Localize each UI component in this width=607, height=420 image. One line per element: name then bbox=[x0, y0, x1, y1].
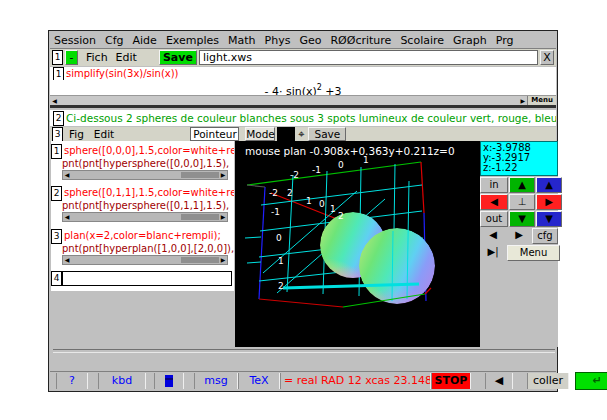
edit-cursor-icon[interactable] bbox=[154, 373, 184, 389]
bottom-divider bbox=[53, 349, 555, 353]
session-index: 1 bbox=[52, 50, 63, 65]
rotate-up-green-button[interactable]: ▲ bbox=[509, 177, 535, 193]
level1-input[interactable]: simplify(sin(3x)/sin(x)) bbox=[64, 67, 179, 80]
zoom-in-button[interactable]: in bbox=[480, 177, 508, 193]
menu-session[interactable]: Session bbox=[54, 34, 96, 47]
divider bbox=[50, 105, 556, 108]
stop-button[interactable]: STOP bbox=[431, 373, 471, 389]
enter-button[interactable]: ↵ bbox=[575, 372, 607, 390]
entry3-index[interactable]: 3 bbox=[51, 229, 62, 244]
menu-cfg[interactable]: Cfg bbox=[105, 34, 124, 47]
scroll-right-icon[interactable]: ▶ bbox=[219, 213, 227, 221]
scroll-right-icon[interactable]: ▶ bbox=[219, 256, 227, 264]
pointer-cursor-icon: ⌖ bbox=[298, 128, 304, 141]
entry3-pnt[interactable]: pnt(pnt[hyperplan([1,0,0],[2,0,0]), bbox=[62, 242, 234, 255]
mouse-coordinates: x:-3.9788 y:-3.2917 z:-1.22 bbox=[480, 141, 558, 176]
fig-menu[interactable]: Fig bbox=[69, 128, 84, 140]
entry1-index[interactable]: 1 bbox=[51, 144, 62, 159]
scroll-left-icon[interactable]: ◀ bbox=[63, 171, 71, 179]
svg-text:2: 2 bbox=[287, 188, 293, 198]
menu-geo[interactable]: Geo bbox=[299, 34, 321, 47]
entry4-input[interactable] bbox=[62, 271, 232, 286]
mode-button[interactable]: Mode bbox=[245, 127, 275, 141]
plot3d-controls: x:-3.9788 y:-3.2917 z:-1.22 in ▲ ▲ ◀ ⊥ ▶… bbox=[480, 141, 558, 347]
kbd-button[interactable]: kbd bbox=[98, 373, 146, 389]
ortho-view-button[interactable]: ⊥ bbox=[509, 194, 535, 210]
svg-text:1: 1 bbox=[363, 155, 369, 165]
scroll-thumb[interactable] bbox=[181, 257, 219, 263]
menu-reecriture[interactable]: RØØcriture bbox=[330, 34, 391, 47]
menu-aide[interactable]: Aide bbox=[133, 34, 157, 47]
entry2-code[interactable]: sphere([0,1,1],1.5,color=white+rem bbox=[62, 186, 234, 199]
scroll-track[interactable] bbox=[71, 257, 181, 263]
rotate-left-button[interactable]: ◀ bbox=[480, 194, 508, 210]
zoom-out-button[interactable]: out bbox=[480, 211, 508, 227]
level3-index[interactable]: 3 bbox=[52, 127, 63, 142]
plot-menu-button[interactable]: Menu bbox=[507, 245, 560, 261]
entry2-index[interactable]: 2 bbox=[51, 186, 62, 201]
tex-button[interactable]: TeX bbox=[238, 373, 280, 389]
msg-button[interactable]: msg bbox=[194, 373, 238, 389]
engine-status[interactable]: = real RAD 12 xcas 23.148M bbox=[280, 373, 431, 389]
menu-bar: Session Cfg Aide Exemples Math Phys Geo … bbox=[50, 32, 556, 49]
entry1-code[interactable]: sphere([0,0,0],1.5,color=white+rem bbox=[62, 144, 234, 157]
menu-scolaire[interactable]: Scolaire bbox=[400, 34, 444, 47]
figure-save-button[interactable]: Save bbox=[308, 127, 346, 141]
plot3d-scene: mouse plan -0.908x+0.363y+0.211z=0 -2 -1… bbox=[235, 141, 480, 347]
menu-phys[interactable]: Phys bbox=[265, 34, 291, 47]
edit-menu[interactable]: Edit bbox=[116, 51, 137, 64]
rotate-right-button[interactable]: ▶ bbox=[536, 194, 562, 210]
paste-button[interactable]: coller bbox=[527, 373, 569, 389]
level2-comment[interactable]: Ci-dessous 2 spheres de couleur blanches… bbox=[64, 112, 556, 124]
entry3-scrollbar[interactable]: ◀ ▶ bbox=[62, 255, 228, 265]
level3-toolbar: 3 Fig Edit Pointeur Mode ⌖ Save bbox=[50, 127, 556, 141]
level1-scrollbar[interactable]: ◀ ▶ Menu bbox=[50, 95, 556, 105]
level1-output: - 4· sin(x)2 +3 bbox=[50, 80, 556, 95]
entry4-index[interactable]: 4 bbox=[51, 271, 62, 286]
rotate-down-green-button[interactable]: ▼ bbox=[509, 211, 535, 227]
level2-index[interactable]: 2 bbox=[53, 111, 64, 126]
svg-text:-1: -1 bbox=[271, 207, 280, 217]
plot3d-viewport[interactable]: mouse plan -0.908x+0.363y+0.211z=0 -2 -1… bbox=[235, 141, 480, 347]
xcas-window: Session Cfg Aide Exemples Math Phys Geo … bbox=[48, 30, 558, 392]
svg-text:2: 2 bbox=[278, 281, 284, 291]
pointer-mode-field[interactable]: Pointeur bbox=[190, 127, 239, 141]
scroll-thumb[interactable] bbox=[181, 214, 219, 220]
scroll-track[interactable] bbox=[71, 214, 181, 220]
minimize-button[interactable]: - bbox=[65, 50, 78, 65]
rotate-up-blue-button[interactable]: ▲ bbox=[536, 177, 562, 193]
filename-input[interactable]: light.xws bbox=[199, 50, 538, 65]
scroll-left-icon[interactable]: ◀ bbox=[50, 96, 59, 105]
scroll-left-icon[interactable]: ◀ bbox=[63, 213, 71, 221]
skip-end-button[interactable]: ▶| bbox=[480, 245, 506, 259]
scroll-right-icon[interactable]: ▶ bbox=[219, 171, 227, 179]
help-button[interactable]: ? bbox=[56, 373, 88, 389]
close-button[interactable]: X bbox=[540, 50, 554, 65]
save-button[interactable]: Save bbox=[159, 50, 197, 65]
entry1-scrollbar[interactable]: ◀ ▶ bbox=[62, 170, 228, 180]
cfg-button[interactable]: cfg bbox=[532, 228, 558, 244]
code-entry-3: 3 plan(x=2,color=blanc+rempli); pnt(pnt[… bbox=[51, 229, 234, 265]
step-back-button[interactable]: ◀ bbox=[480, 228, 506, 242]
menu-prg[interactable]: Prg bbox=[496, 34, 514, 47]
menu-exemples[interactable]: Exemples bbox=[166, 34, 219, 47]
scroll-right-icon[interactable]: ▶ bbox=[518, 96, 527, 105]
svg-text:1: 1 bbox=[306, 196, 312, 206]
level1-menu-button[interactable]: Menu bbox=[527, 96, 556, 105]
fich-menu[interactable]: Fich bbox=[86, 51, 108, 64]
rotate-down-blue-button[interactable]: ▼ bbox=[536, 211, 562, 227]
svg-text:-2: -2 bbox=[269, 188, 278, 198]
back-arrow-button[interactable]: ◀ bbox=[485, 373, 513, 389]
entry2-pnt[interactable]: pnt(pnt[hypersphere([0,1,1],1.5), bbox=[62, 199, 234, 212]
menu-math[interactable]: Math bbox=[228, 34, 256, 47]
code-entry-1: 1 sphere([0,0,0],1.5,color=white+rem pnt… bbox=[51, 144, 234, 180]
scroll-left-icon[interactable]: ◀ bbox=[63, 256, 71, 264]
entry1-pnt[interactable]: pnt(pnt[hypersphere([0,0,0],1.5), bbox=[62, 157, 234, 170]
step-forward-button[interactable]: ▶ bbox=[507, 228, 531, 242]
scroll-track[interactable] bbox=[71, 172, 181, 178]
entry3-code[interactable]: plan(x=2,color=blanc+rempli); bbox=[62, 229, 234, 242]
entry2-scrollbar[interactable]: ◀ ▶ bbox=[62, 212, 228, 222]
menu-graph[interactable]: Graph bbox=[453, 34, 487, 47]
scroll-thumb[interactable] bbox=[181, 172, 219, 178]
fig-edit-menu[interactable]: Edit bbox=[94, 128, 114, 140]
